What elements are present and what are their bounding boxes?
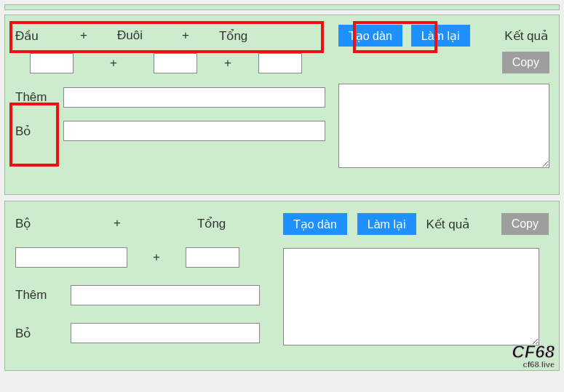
result-label: Kết quả (504, 28, 548, 44)
watermark-url: cf68.live (512, 361, 555, 369)
plus-symbol: + (127, 250, 186, 265)
highlight-create-box (353, 21, 437, 53)
highlight-header-box (9, 21, 324, 53)
panel-dau-duoi-tong: Đầu + Đuôi + Tổng + + Thêm Bỏ (4, 15, 560, 195)
copy-button[interactable]: Copy (501, 213, 549, 235)
plus-symbol: + (37, 216, 197, 231)
plus-symbol: + (197, 56, 258, 71)
watermark-brand: CF68 (512, 343, 555, 361)
input-them-set[interactable] (71, 285, 260, 305)
label-bo-set: Bộ (15, 216, 37, 231)
result-textarea[interactable] (283, 248, 539, 345)
top-strip (4, 4, 560, 10)
result-label: Kết quả (426, 217, 470, 232)
result-textarea[interactable] (338, 84, 549, 168)
input-duoi[interactable] (154, 53, 197, 73)
input-dau[interactable] (30, 53, 74, 73)
reset-button[interactable]: Làm lại (357, 213, 416, 235)
input-tong[interactable] (258, 53, 302, 73)
input-bo-remove[interactable] (71, 323, 260, 343)
input-bo[interactable] (63, 121, 325, 141)
highlight-them-bo-box (9, 103, 59, 167)
input-tong-set[interactable] (186, 247, 239, 268)
label-bo-remove: Bỏ (15, 326, 71, 341)
create-button[interactable]: Tạo dàn (283, 213, 347, 235)
copy-button[interactable]: Copy (502, 52, 549, 73)
panel-bo-tong: Bộ + Tổng + Thêm Bỏ Tạo dàn Làm lại (4, 201, 560, 371)
plus-symbol: + (74, 56, 154, 71)
watermark: CF68 cf68.live (512, 343, 555, 369)
label-tong-set: Tổng (197, 216, 234, 231)
input-bo-set[interactable] (15, 247, 127, 268)
label-them: Thêm (15, 288, 71, 303)
input-them[interactable] (63, 87, 325, 108)
